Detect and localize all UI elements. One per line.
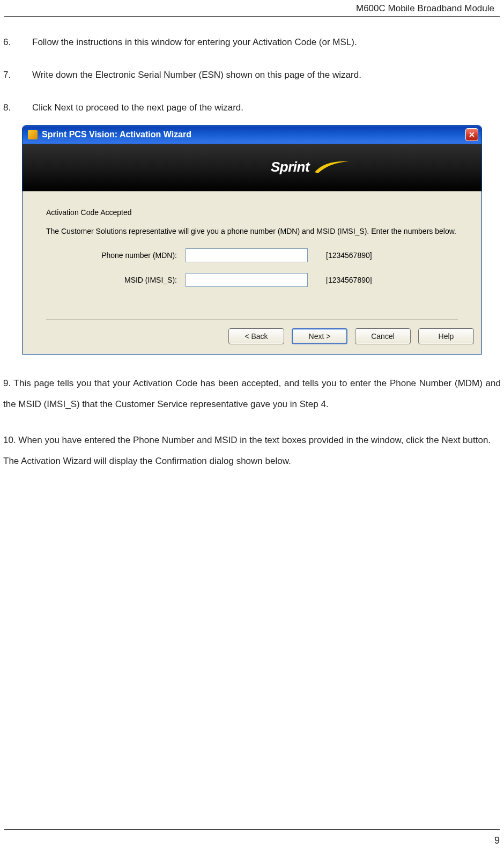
activation-wizard-dialog: Sprint PCS Vision: Activation Wizard ✕ S… xyxy=(22,125,482,355)
mdn-hint: [1234567890] xyxy=(308,251,388,260)
help-button-label: Help xyxy=(439,332,454,341)
app-icon xyxy=(28,130,38,139)
step-text: Write down the Electronic Serial Number … xyxy=(32,68,501,82)
close-icon: ✕ xyxy=(469,130,475,139)
field-row-mdn: Phone number (MDN): [1234567890] xyxy=(46,248,458,262)
page-number: 9 xyxy=(494,835,500,846)
dialog-heading: Activation Code Accepted xyxy=(46,208,458,217)
step-number: 6. xyxy=(3,35,32,49)
back-button-label: < Back xyxy=(244,332,268,341)
brand-swoosh-icon xyxy=(314,159,351,175)
cancel-button-label: Cancel xyxy=(371,332,395,341)
close-button[interactable]: ✕ xyxy=(465,128,478,141)
page-footer: 9 xyxy=(4,829,500,846)
help-button[interactable]: Help xyxy=(418,328,474,344)
dialog-title: Sprint PCS Vision: Activation Wizard xyxy=(42,130,191,139)
step-7: 7. Write down the Electronic Serial Numb… xyxy=(3,68,501,82)
dialog-instruction: The Customer Solutions representative wi… xyxy=(46,226,458,237)
step-10: 10. When you have entered the Phone Numb… xyxy=(3,430,501,471)
next-button-label: Next > xyxy=(309,332,331,341)
back-button[interactable]: < Back xyxy=(228,328,284,344)
header-title: M600C Mobile Broadband Module xyxy=(356,3,494,13)
brand-logo-text: Sprint xyxy=(271,159,309,175)
dialog-banner: Sprint xyxy=(23,144,481,192)
msid-hint: [1234567890] xyxy=(308,276,388,284)
step-6: 6. Follow the instructions in this windo… xyxy=(3,35,501,49)
cancel-button[interactable]: Cancel xyxy=(355,328,411,344)
step-text: Follow the instructions in this window f… xyxy=(32,35,501,49)
dialog-body: Activation Code Accepted The Customer So… xyxy=(23,192,481,320)
step-text: Click Next to proceed to the next page o… xyxy=(32,100,501,115)
mdn-input[interactable] xyxy=(186,248,308,262)
msid-input[interactable] xyxy=(186,273,308,287)
next-button[interactable]: Next > xyxy=(292,328,347,344)
step-number: 7. xyxy=(3,68,32,82)
dialog-titlebar[interactable]: Sprint PCS Vision: Activation Wizard ✕ xyxy=(23,126,481,144)
step-9: 9. This page tells you that your Activat… xyxy=(3,373,501,415)
step-number: 8. xyxy=(3,100,32,115)
page-header: M600C Mobile Broadband Module xyxy=(4,0,500,17)
step-8: 8. Click Next to proceed to the next pag… xyxy=(3,100,501,115)
mdn-label: Phone number (MDN): xyxy=(46,251,186,260)
field-row-msid: MSID (IMSI_S): [1234567890] xyxy=(46,273,458,287)
dialog-button-row: < Back Next > Cancel Help xyxy=(23,320,481,354)
msid-label: MSID (IMSI_S): xyxy=(46,276,186,284)
